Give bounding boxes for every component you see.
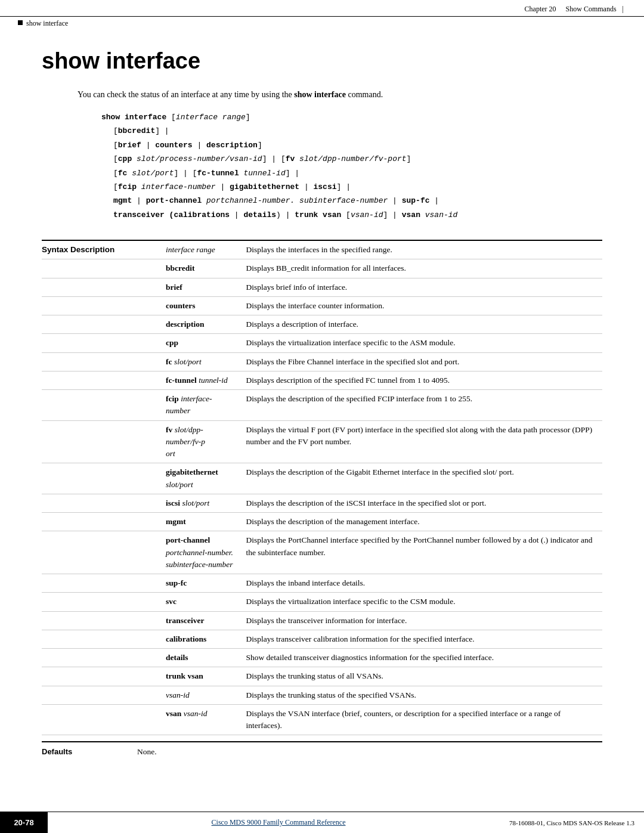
syntax-line-4: [cpp slot/process-number/vsan-id] | [fv … <box>113 152 602 166</box>
term-port-channel: port-channelportchannel-number.subinterf… <box>161 531 241 574</box>
subheader-icon <box>18 20 23 25</box>
table-row: fc slot/port Displays the Fibre Channel … <box>42 352 602 371</box>
term-fc: fc slot/port <box>161 352 241 371</box>
intro-paragraph: You can check the status of an interface… <box>78 88 602 101</box>
table-row: trunk vsan Displays the trunking status … <box>42 667 602 686</box>
desc-svc: Displays the virtualization interface sp… <box>241 593 602 611</box>
page-title: show interface <box>42 48 602 74</box>
term-trunk-vsan: trunk vsan <box>161 667 241 686</box>
intro-bold: show interface <box>294 90 346 99</box>
desc-counters: Displays the interface counter informati… <box>241 296 602 315</box>
page-subheader: show interface <box>0 17 644 30</box>
desc-cpp: Displays the virtualization interface sp… <box>241 334 602 352</box>
syntax-block: show interface [interface range] [bbcred… <box>101 110 602 222</box>
term-iscsi: iscsi slot/port <box>161 494 241 512</box>
defaults-section: Defaults None. <box>42 741 602 757</box>
syntax-header-row: Syntax Description interface range Displ… <box>42 241 602 259</box>
table-row: fc-tunnel tunnel-id Displays description… <box>42 371 602 389</box>
term-description: description <box>161 315 241 334</box>
table-row: mgmt Displays the description of the man… <box>42 513 602 531</box>
syntax-line-1: show interface [interface range] <box>101 110 602 124</box>
term-gigabitethernet: gigabitethernetslot/port <box>161 463 241 494</box>
table-row: fcip interface-number Displays the descr… <box>42 390 602 421</box>
desc-fc-tunnel: Displays description of the specified FC… <box>241 371 602 389</box>
intro-text-before: You can check the status of an interface… <box>78 90 294 99</box>
syntax-line-2: [bbcredit] | <box>113 124 602 138</box>
desc-fcip: Displays the description of the specifie… <box>241 390 602 421</box>
desc-brief: Displays brief info of interface. <box>241 278 602 296</box>
syntax-line-7: mgmt | port-channel portchannel-number. … <box>113 194 602 208</box>
footer-center-link: Cisco MDS 9000 Family Command Reference <box>48 812 509 833</box>
desc-fc: Displays the Fibre Channel interface in … <box>241 352 602 371</box>
subheader-label: show interface <box>26 19 68 28</box>
desc-port-channel: Displays the PortChannel interface speci… <box>241 531 602 574</box>
table-row: iscsi slot/port Displays the description… <box>42 494 602 512</box>
term-cpp: cpp <box>161 334 241 352</box>
table-row: cpp Displays the virtualization interfac… <box>42 334 602 352</box>
footer-right-text: 78-16088-01, Cisco MDS SAN-OS Release 1.… <box>509 812 644 833</box>
syntax-first-term: interface range <box>161 241 241 259</box>
table-row: details Show detailed transceiver diagno… <box>42 649 602 667</box>
desc-transceiver: Displays the transceiver information for… <box>241 611 602 630</box>
syntax-line-8: transceiver (calibrations | details) | t… <box>113 208 602 222</box>
footer-link-text[interactable]: Cisco MDS 9000 Family Command Reference <box>212 818 346 827</box>
term-vsan-vsan-id: vsan vsan-id <box>161 704 241 735</box>
term-fv: fv slot/dpp-number/fv-port <box>161 420 241 463</box>
term-details: details <box>161 649 241 667</box>
page-footer: 20-78 Cisco MDS 9000 Family Command Refe… <box>0 812 644 833</box>
syntax-table: Syntax Description interface range Displ… <box>42 241 602 735</box>
term-transceiver: transceiver <box>161 611 241 630</box>
table-row: fv slot/dpp-number/fv-port Displays the … <box>42 420 602 463</box>
table-row: vsan-id Displays the trunking status of … <box>42 686 602 704</box>
syntax-line-5: [fc slot/port] | [fc-tunnel tunnel-id] | <box>113 166 602 180</box>
syntax-description-label: Syntax Description <box>42 241 161 259</box>
desc-details: Show detailed transceiver diagnostics in… <box>241 649 602 667</box>
desc-description: Displays a description of interface. <box>241 315 602 334</box>
term-counters: counters <box>161 296 241 315</box>
table-row: transceiver Displays the transceiver inf… <box>42 611 602 630</box>
header-title: Show Commands <box>566 5 617 14</box>
desc-sup-fc: Displays the inband interface details. <box>241 574 602 593</box>
term-svc: svc <box>161 593 241 611</box>
defaults-value: None. <box>137 747 157 757</box>
term-fc-tunnel: fc-tunnel tunnel-id <box>161 371 241 389</box>
desc-bbcredit: Displays BB_credit information for all i… <box>241 259 602 278</box>
table-row: counters Displays the interface counter … <box>42 296 602 315</box>
table-row: description Displays a description of in… <box>42 315 602 334</box>
table-row: gigabitethernetslot/port Displays the de… <box>42 463 602 494</box>
term-bbcredit: bbcredit <box>161 259 241 278</box>
syntax-first-desc: Displays the interfaces in the specified… <box>241 241 602 259</box>
desc-fv: Displays the virtual F port (FV port) in… <box>241 420 602 463</box>
table-row: bbcredit Displays BB_credit information … <box>42 259 602 278</box>
table-row: sup-fc Displays the inband interface det… <box>42 574 602 593</box>
syntax-description-section: Syntax Description interface range Displ… <box>42 240 602 735</box>
table-row: vsan vsan-id Displays the VSAN interface… <box>42 704 602 735</box>
syntax-line-6: [fcip interface-number | gigabitethernet… <box>113 180 602 194</box>
desc-mgmt: Displays the description of the manageme… <box>241 513 602 531</box>
defaults-label: Defaults <box>42 747 119 756</box>
desc-iscsi: Displays the description of the iSCSI in… <box>241 494 602 512</box>
desc-calibrations: Displays transceiver calibration informa… <box>241 630 602 648</box>
desc-vsan-id: Displays the trunking status of the spec… <box>241 686 602 704</box>
desc-vsan-vsan-id: Displays the VSAN interface (brief, coun… <box>241 704 602 735</box>
desc-gigabitethernet: Displays the description of the Gigabit … <box>241 463 602 494</box>
term-calibrations: calibrations <box>161 630 241 648</box>
term-fcip: fcip interface-number <box>161 390 241 421</box>
term-brief: brief <box>161 278 241 296</box>
footer-page-number: 20-78 <box>0 812 48 833</box>
syntax-line-3: [brief | counters | description] <box>113 138 602 152</box>
intro-text-after: command. <box>346 90 383 99</box>
term-mgmt: mgmt <box>161 513 241 531</box>
term-vsan-id: vsan-id <box>161 686 241 704</box>
page-content: show interface You can check the status … <box>0 30 644 804</box>
page-header: Chapter 20 Show Commands | <box>0 0 644 17</box>
table-row: brief Displays brief info of interface. <box>42 278 602 296</box>
term-sup-fc: sup-fc <box>161 574 241 593</box>
table-row: calibrations Displays transceiver calibr… <box>42 630 602 648</box>
header-chapter: Chapter 20 <box>525 5 556 14</box>
header-bar: | <box>623 5 624 14</box>
desc-trunk-vsan: Displays the trunking status of all VSAN… <box>241 667 602 686</box>
table-row: svc Displays the virtualization interfac… <box>42 593 602 611</box>
table-row: port-channelportchannel-number.subinterf… <box>42 531 602 574</box>
